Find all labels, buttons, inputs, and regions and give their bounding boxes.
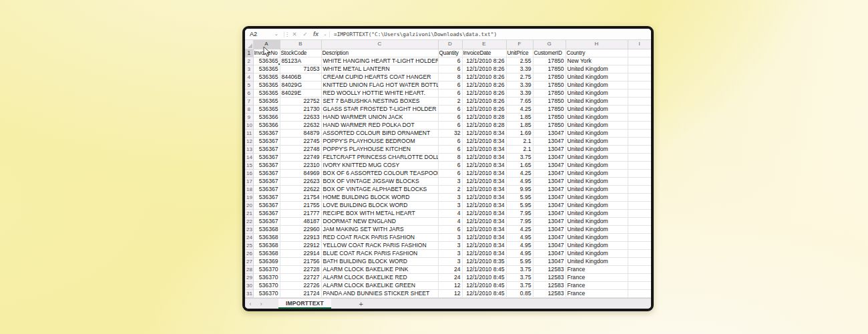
cell[interactable]: StockCode <box>280 49 321 57</box>
cell[interactable] <box>628 289 651 297</box>
row-header-27[interactable]: 27 <box>245 257 253 265</box>
cell[interactable]: 84969 <box>280 169 321 177</box>
cell[interactable]: 13047 <box>533 193 566 201</box>
cell[interactable] <box>628 225 651 233</box>
cell[interactable]: United Kingdom <box>566 65 628 73</box>
cell[interactable]: 22622 <box>280 185 321 193</box>
cell[interactable]: 71053 <box>280 65 321 73</box>
cell[interactable] <box>628 273 651 281</box>
cell[interactable]: 13047 <box>533 169 566 177</box>
cell[interactable]: 13047 <box>533 209 566 217</box>
cell[interactable]: SET 7 BABUSHKA NESTING BOXES <box>321 97 438 105</box>
cell[interactable]: United Kingdom <box>566 97 628 105</box>
row-header-18[interactable]: 18 <box>245 185 253 193</box>
cell[interactable]: 3.75 <box>506 273 533 281</box>
cell[interactable]: Country <box>566 49 628 57</box>
row-header-23[interactable]: 23 <box>245 225 253 233</box>
select-all-corner[interactable] <box>245 40 253 49</box>
cell[interactable]: 4.95 <box>506 177 533 185</box>
cell[interactable]: 22727 <box>280 273 321 281</box>
row-header-21[interactable]: 21 <box>245 209 253 217</box>
cell[interactable]: 4.25 <box>506 105 533 113</box>
cell[interactable]: 536367 <box>253 145 280 153</box>
cell[interactable]: ASSORTED COLOUR BIRD ORNAMENT <box>321 129 438 137</box>
cell[interactable]: Description <box>321 49 438 57</box>
cell[interactable]: 17850 <box>533 65 566 73</box>
column-header-e[interactable]: E <box>462 40 506 49</box>
cell[interactable]: 4.95 <box>506 233 533 241</box>
cell[interactable]: PANDA AND BUNNIES STICKER SHEET <box>321 289 438 297</box>
cell[interactable]: 6 <box>438 89 462 97</box>
cell[interactable] <box>628 249 651 257</box>
cell[interactable]: 536369 <box>253 257 280 265</box>
cell[interactable]: 12/1/2010 8:34 <box>462 209 506 217</box>
cell[interactable]: 6 <box>438 121 462 129</box>
cell[interactable]: ALARM CLOCK BAKELIKE RED <box>321 273 438 281</box>
cell[interactable]: 12/1/2010 8:34 <box>462 193 506 201</box>
cell[interactable]: 22914 <box>280 249 321 257</box>
cell[interactable]: 536367 <box>253 153 280 161</box>
cell[interactable]: 12/1/2010 8:34 <box>462 241 506 249</box>
cell[interactable]: 3.39 <box>506 65 533 73</box>
cell[interactable]: United Kingdom <box>566 257 628 265</box>
cell[interactable]: 4.25 <box>506 225 533 233</box>
row-header-8[interactable]: 8 <box>245 105 253 113</box>
column-header-g[interactable]: G <box>533 40 566 49</box>
cell[interactable]: 17850 <box>533 73 566 81</box>
cell[interactable]: CustomerID <box>533 49 566 57</box>
cell[interactable]: 2.75 <box>506 73 533 81</box>
cell[interactable]: 22745 <box>280 137 321 145</box>
cell[interactable]: 13047 <box>533 233 566 241</box>
row-header-6[interactable]: 6 <box>245 89 253 97</box>
cell[interactable]: 22726 <box>280 281 321 289</box>
cell[interactable]: United Kingdom <box>566 113 628 121</box>
cell[interactable]: 22633 <box>280 113 321 121</box>
cell[interactable]: 21754 <box>280 193 321 201</box>
cell[interactable]: 13047 <box>533 225 566 233</box>
cell[interactable]: 536367 <box>253 137 280 145</box>
cell[interactable]: 12/1/2010 8:34 <box>462 137 506 145</box>
row-header-22[interactable]: 22 <box>245 217 253 225</box>
cell[interactable] <box>628 97 651 105</box>
cell[interactable]: 536368 <box>253 241 280 249</box>
column-header-i[interactable]: I <box>628 40 651 49</box>
cell[interactable]: France <box>566 265 628 273</box>
cell[interactable]: BOX OF VINTAGE ALPHABET BLOCKS <box>321 185 438 193</box>
cell[interactable]: 3 <box>438 241 462 249</box>
row-header-25[interactable]: 25 <box>245 241 253 249</box>
cell[interactable]: 12 <box>438 281 462 289</box>
cell[interactable]: United Kingdom <box>566 153 628 161</box>
cell[interactable]: United Kingdom <box>566 217 628 225</box>
cell[interactable]: 6 <box>438 161 462 169</box>
cell[interactable]: France <box>566 289 628 297</box>
formula-expand-chevron-icon[interactable]: ⌄ <box>321 31 329 37</box>
cell[interactable]: 2.1 <box>506 137 533 145</box>
cell[interactable]: 17850 <box>533 89 566 97</box>
cell[interactable]: 536365 <box>253 97 280 105</box>
cell[interactable]: 536370 <box>253 265 280 273</box>
cell[interactable]: InvoiceDate <box>462 49 506 57</box>
cell[interactable]: United Kingdom <box>566 241 628 249</box>
cell[interactable]: 6 <box>438 145 462 153</box>
cell[interactable]: 22632 <box>280 121 321 129</box>
cell[interactable]: 536367 <box>253 185 280 193</box>
cell[interactable]: 6 <box>438 225 462 233</box>
cell[interactable]: 84406B <box>280 73 321 81</box>
cell[interactable]: WHITE HANGING HEART T-LIGHT HOLDER <box>321 57 438 65</box>
cell[interactable]: United Kingdom <box>566 161 628 169</box>
column-header-a[interactable]: A <box>253 40 280 49</box>
cell[interactable]: 13047 <box>533 177 566 185</box>
enter-icon[interactable]: ✓ <box>300 31 310 37</box>
cell[interactable]: United Kingdom <box>566 73 628 81</box>
row-header-24[interactable]: 24 <box>245 233 253 241</box>
add-sheet-icon[interactable]: + <box>350 299 373 309</box>
cell[interactable]: United Kingdom <box>566 169 628 177</box>
cell[interactable]: France <box>566 281 628 289</box>
cell[interactable]: 85123A <box>280 57 321 65</box>
row-header-12[interactable]: 12 <box>245 137 253 145</box>
name-box[interactable]: A2 <box>245 31 274 37</box>
row-header-31[interactable]: 31 <box>245 289 253 297</box>
cell[interactable]: 22748 <box>280 145 321 153</box>
cell[interactable]: 9.95 <box>506 185 533 193</box>
cell[interactable] <box>628 209 651 217</box>
